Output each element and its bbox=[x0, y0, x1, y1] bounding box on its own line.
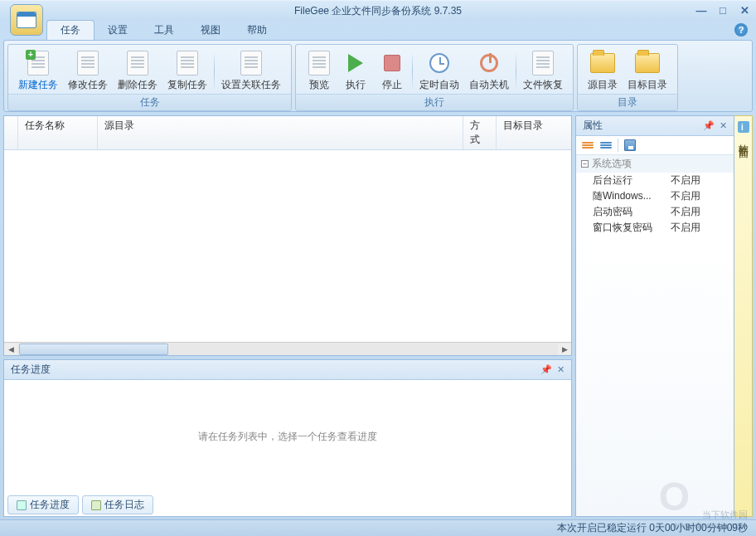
ribbon-group-label: 执行 bbox=[296, 94, 573, 110]
app-icon bbox=[17, 12, 36, 28]
help-icon[interactable]: ? bbox=[734, 23, 748, 37]
watermark-logo: O bbox=[659, 474, 690, 519]
tab-settings[interactable]: 设置 bbox=[94, 21, 141, 40]
tab-tasks[interactable]: 任务 bbox=[46, 20, 94, 40]
separator bbox=[412, 51, 413, 90]
title-bar: FileGee 企业文件同步备份系统 9.7.35 — □ ✕ bbox=[0, 0, 756, 22]
property-row[interactable]: 后台运行 不启用 bbox=[576, 173, 734, 188]
properties-toolbar bbox=[576, 136, 734, 155]
schedule-button[interactable]: 定时自动 bbox=[414, 48, 464, 94]
separator bbox=[618, 139, 618, 152]
tab-task-log[interactable]: 任务日志 bbox=[82, 495, 153, 514]
new-task-button[interactable]: + 新建任务 bbox=[13, 48, 63, 94]
alphabetical-button[interactable] bbox=[599, 139, 613, 151]
edit-task-button[interactable]: 修改任务 bbox=[63, 48, 113, 94]
column-expand[interactable] bbox=[4, 116, 18, 149]
tab-task-progress[interactable]: 任务进度 bbox=[7, 495, 79, 514]
property-row[interactable]: 窗口恢复密码 不启用 bbox=[576, 220, 734, 236]
right-column: 属性 📌 ✕ − 系统选项 后台运行 不启用 随Windo bbox=[575, 115, 753, 517]
properties-panel: 属性 📌 ✕ − 系统选项 后台运行 不启用 随Windo bbox=[575, 115, 734, 517]
run-button[interactable]: 执行 bbox=[337, 48, 374, 94]
task-progress-panel: 任务进度 📌 ✕ 请在任务列表中，选择一个任务查看进度 任务进度 任务日志 bbox=[3, 359, 572, 517]
disk-icon bbox=[624, 139, 636, 151]
tab-help[interactable]: 帮助 bbox=[234, 21, 280, 40]
task-list-body[interactable] bbox=[4, 150, 571, 342]
panel-title-bar: 任务进度 📌 ✕ bbox=[4, 360, 571, 380]
tab-view[interactable]: 视图 bbox=[187, 21, 234, 40]
menu-tabs: 任务 设置 工具 视图 帮助 ? bbox=[0, 22, 756, 40]
column-target-dir[interactable]: 目标目录 bbox=[497, 116, 571, 149]
target-folder-button[interactable]: 目标目录 bbox=[623, 48, 672, 94]
bottom-tabs: 任务进度 任务日志 bbox=[4, 494, 571, 516]
source-folder-button[interactable]: 源目录 bbox=[583, 48, 623, 94]
document-icon bbox=[240, 51, 262, 76]
ribbon-group-label: 任务 bbox=[8, 94, 291, 110]
panel-title-bar: 属性 📌 ✕ bbox=[576, 116, 734, 136]
progress-tab-icon bbox=[17, 500, 27, 510]
ribbon-group-task: + 新建任务 修改任务 删除任务 复制任务 设置关联任务 任务 bbox=[7, 44, 292, 111]
content-area: 任务名称 源目录 方式 目标目录 ◀ ▶ 任务进度 📌 ✕ 请在 bbox=[3, 115, 753, 517]
folder-icon bbox=[635, 53, 660, 73]
pin-icon[interactable]: 📌 bbox=[540, 364, 552, 375]
auto-shutdown-button[interactable]: 自动关机 bbox=[464, 48, 514, 94]
window-controls: — □ ✕ bbox=[695, 4, 751, 16]
progress-body: 请在任务列表中，选择一个任务查看进度 bbox=[4, 380, 571, 494]
minimize-button[interactable]: — bbox=[695, 4, 708, 16]
link-task-button[interactable]: 设置关联任务 bbox=[216, 48, 286, 94]
task-list-header: 任务名称 源目录 方式 目标目录 bbox=[4, 116, 571, 150]
collapse-icon[interactable]: − bbox=[581, 160, 589, 168]
close-panel-icon[interactable]: ✕ bbox=[557, 364, 565, 375]
ribbon-group-run: 预览 执行 停止 定时自动 自动关机 文件恢复 bbox=[295, 44, 574, 111]
window-title: FileGee 企业文件同步备份系统 9.7.35 bbox=[0, 4, 756, 18]
document-icon bbox=[532, 51, 554, 76]
column-source-dir[interactable]: 源目录 bbox=[98, 116, 463, 149]
panel-title: 属性 bbox=[583, 119, 603, 133]
horizontal-scrollbar[interactable]: ◀ ▶ bbox=[4, 342, 571, 355]
property-row[interactable]: 启动密码 不启用 bbox=[576, 204, 734, 220]
delete-task-button[interactable]: 删除任务 bbox=[113, 48, 162, 94]
document-icon bbox=[177, 51, 198, 76]
info-icon: i bbox=[738, 121, 749, 133]
progress-hint: 请在任务列表中，选择一个任务查看进度 bbox=[198, 430, 377, 444]
play-icon bbox=[348, 54, 363, 72]
ribbon-group-label: 目录 bbox=[578, 94, 677, 110]
preview-button[interactable]: 预览 bbox=[301, 48, 337, 94]
uptime-text: 本次开启已稳定运行 0天00小时00分钟09秒 bbox=[557, 521, 748, 535]
folder-icon bbox=[590, 53, 615, 73]
scroll-right-icon[interactable]: ▶ bbox=[558, 344, 571, 355]
panel-title: 任务进度 bbox=[11, 363, 51, 377]
left-column: 任务名称 源目录 方式 目标目录 ◀ ▶ 任务进度 📌 ✕ 请在 bbox=[3, 115, 572, 517]
power-icon bbox=[480, 54, 498, 72]
log-tab-icon bbox=[91, 500, 101, 510]
status-bar: 本次开启已稳定运行 0天00小时00分钟09秒 bbox=[0, 519, 756, 536]
close-panel-icon[interactable]: ✕ bbox=[720, 120, 727, 131]
stop-icon bbox=[384, 55, 400, 71]
document-plus-icon: + bbox=[27, 51, 49, 76]
file-recovery-button[interactable]: 文件恢复 bbox=[518, 48, 568, 94]
tab-tools[interactable]: 工具 bbox=[141, 21, 187, 40]
app-menu-button[interactable] bbox=[10, 4, 43, 36]
separator bbox=[516, 51, 516, 90]
copy-task-button[interactable]: 复制任务 bbox=[162, 48, 212, 94]
property-row[interactable]: 随Windows... 不启用 bbox=[576, 188, 734, 204]
column-mode[interactable]: 方式 bbox=[463, 116, 497, 149]
stop-button[interactable]: 停止 bbox=[374, 48, 410, 94]
pin-icon[interactable]: 📌 bbox=[703, 120, 715, 131]
categorize-button[interactable] bbox=[581, 139, 594, 151]
properties-empty-area bbox=[576, 236, 734, 516]
document-icon bbox=[127, 51, 148, 76]
document-icon bbox=[77, 51, 99, 76]
close-button[interactable]: ✕ bbox=[738, 4, 751, 16]
ribbon: + 新建任务 修改任务 删除任务 复制任务 设置关联任务 任务 bbox=[3, 40, 753, 112]
side-tab-software[interactable]: i 软件面面 bbox=[734, 115, 753, 517]
maximize-button[interactable]: □ bbox=[716, 4, 729, 16]
clock-icon bbox=[429, 53, 449, 73]
scroll-left-icon[interactable]: ◀ bbox=[4, 344, 17, 355]
task-list-panel: 任务名称 源目录 方式 目标目录 ◀ ▶ bbox=[3, 115, 572, 356]
property-group-header[interactable]: − 系统选项 bbox=[576, 155, 734, 173]
save-button[interactable] bbox=[623, 139, 637, 151]
scroll-thumb[interactable] bbox=[19, 344, 168, 355]
column-task-name[interactable]: 任务名称 bbox=[18, 116, 98, 149]
document-icon bbox=[308, 51, 330, 76]
separator bbox=[214, 51, 215, 90]
